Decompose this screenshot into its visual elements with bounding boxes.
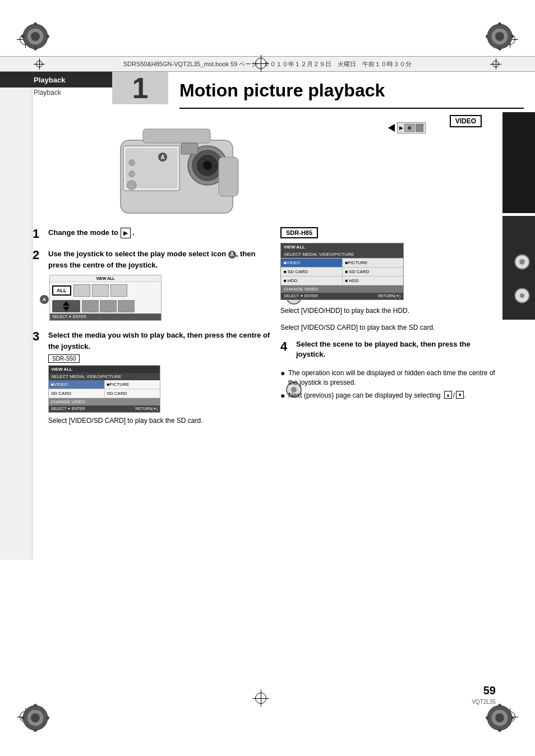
h85-hdd2-cell: ■ HDD <box>343 276 404 285</box>
svg-point-26 <box>498 729 501 732</box>
nav-up-icon <box>63 301 70 306</box>
step-2-num: 2 <box>33 248 48 262</box>
svg-point-27 <box>486 716 489 720</box>
step3-sdcard-cell: SD CARD <box>49 389 105 398</box>
icon-a-overlay: A <box>40 295 49 304</box>
step2-thumbs <box>73 284 127 297</box>
svg-point-25 <box>498 704 501 707</box>
step3-picture-cell: ■PICTURE <box>105 380 160 389</box>
chapter-number: 1 <box>132 73 149 103</box>
step-1-text-label: Change the mode to <box>48 228 118 237</box>
thumb-2 <box>92 284 109 297</box>
top-left-deco <box>21 22 49 52</box>
step3-sdcard2-cell: SD CARD <box>105 389 160 398</box>
svg-text:A: A <box>160 154 164 160</box>
play-mode-icon: ▶ <box>121 228 131 238</box>
page-num: 59 <box>472 684 496 697</box>
h85-picture-cell: ■PICTURE <box>343 259 404 267</box>
step-4-header: 4 Select the scene to be played back, th… <box>280 339 499 364</box>
thumb-3 <box>110 284 127 297</box>
svg-point-20 <box>21 716 25 720</box>
h85-desc-2: Select [VIDEO/SD CARD] to play back the … <box>280 322 460 333</box>
bottom-left-deco <box>21 704 49 734</box>
step-2: 2 Use the joystick to select the play mo… <box>33 248 274 321</box>
left-gray-strip <box>0 72 33 560</box>
left-arrow-icon <box>388 124 395 132</box>
step-4-bullet-2: ● Next (previous) page can be displayed … <box>280 391 499 400</box>
step-4-bullet-2-text: Next (previous) page can be displayed by… <box>288 391 466 400</box>
svg-point-33 <box>34 47 37 50</box>
page-title: Motion picture playback <box>179 80 385 101</box>
svg-rect-9 <box>181 143 198 154</box>
h85-row-3: ■ HDD ■ HDD <box>281 276 403 285</box>
h85-desc-area: Select [VIDEO/HDD] to play back the HDD.… <box>280 306 460 333</box>
h85-view-all: VIEW ALL <box>281 243 403 251</box>
svg-point-42 <box>510 35 514 38</box>
title-rule <box>179 108 524 109</box>
grid-icon: ▦ <box>404 124 414 132</box>
thumb-4 <box>82 300 99 312</box>
h85-change-video: CHANGE VIDEO <box>281 285 403 293</box>
svg-point-31 <box>31 32 40 41</box>
step-2-screen: VIEW ALL ALL <box>49 275 162 321</box>
svg-point-41 <box>486 35 489 38</box>
joystick-center-h85-bottom <box>520 293 524 298</box>
cam-icon <box>416 124 423 132</box>
h85-hdd-icon-1: ■ <box>284 278 287 283</box>
top-right-deco <box>486 22 514 52</box>
svg-point-34 <box>21 35 25 38</box>
step-2-bold: Use the joystick to select the play mode… <box>48 250 255 269</box>
h85-desc-1: Select [VIDEO/HDD] to play back the HDD. <box>280 306 460 316</box>
svg-point-10 <box>127 181 136 190</box>
step-4: 4 Select the scene to be played back, th… <box>280 339 499 400</box>
h85-sdcard2-label: SD CARD <box>349 269 369 274</box>
step-3: 3 Select the media you wish to play back… <box>33 330 274 426</box>
bullet-dot-2: ● <box>280 391 288 400</box>
step-2-image-wrapper: VIEW ALL ALL <box>49 275 274 321</box>
h85-select-label: SELECT ✦ ENTER <box>284 294 318 298</box>
step-2-header: 2 Use the joystick to select the play mo… <box>33 248 274 270</box>
right-column: SDR-H85 VIEW ALL SELECT MEDIA, VIDEO/PIC… <box>280 227 499 404</box>
model-badge-s50: SDR-S50 <box>48 354 80 363</box>
step2-nav-arrows <box>52 300 80 312</box>
step-1-icon: ▶ . <box>121 228 135 237</box>
step-4-bullet-2-label: Next (previous) page can be displayed by… <box>288 391 441 399</box>
step-3-num: 3 <box>33 330 48 343</box>
svg-point-28 <box>510 716 514 720</box>
h85-row-2: ■ SD CARD ■ SD CARD <box>281 268 403 276</box>
joystick-center-h85-top <box>519 259 525 265</box>
thumb-1 <box>73 284 90 297</box>
svg-point-40 <box>498 47 501 50</box>
step2-bottom-row <box>50 299 161 314</box>
step-3-text: Select the media you wish to play back, … <box>48 330 274 352</box>
h85-sd-icon-2: ■ <box>345 269 348 274</box>
h85-hdd1-cell: ■ HDD <box>281 276 343 285</box>
bottom-right-deco <box>486 704 514 734</box>
step-4-bullet-1-text: The operation icon will be displayed or … <box>288 368 499 388</box>
svg-point-35 <box>46 35 49 38</box>
sdr-h85-menu-screen: VIEW ALL SELECT MEDIA, VIDEO/PICTURE ■VI… <box>280 243 404 300</box>
section-label-bar: Playback <box>0 72 112 87</box>
joystick-circle-h85-bottom <box>514 288 530 303</box>
thumb-5 <box>100 300 117 312</box>
step-3-content: SDR-S50 VIEW ALL SELECT MEDIA, VIDEO/PIC… <box>48 354 274 426</box>
step2-view-all: VIEW ALL <box>50 275 161 282</box>
svg-point-17 <box>31 713 40 722</box>
h85-sd-icon-1: ■ <box>284 269 287 274</box>
step2-more-thumbs <box>82 300 135 312</box>
step2-content-row: ALL <box>50 282 161 299</box>
h85-joystick-top <box>514 254 530 270</box>
up-down-arrows: ▲/▼ <box>444 391 464 400</box>
step3-change-video: CHANGE VIDEO <box>49 398 160 405</box>
step-1: 1 Change the mode to ▶ . <box>33 227 274 241</box>
step-2-text: Use the joystick to select the play mode… <box>48 248 274 270</box>
joystick-circle-h85-top <box>514 254 530 270</box>
step-3-bold: Select the media you wish to play back, … <box>48 331 270 351</box>
bullet-dot-1: ● <box>280 368 288 378</box>
icon-a-circle: A <box>228 251 236 259</box>
mode-icon-strip: ▶ ▦ <box>397 122 426 133</box>
h85-sdcard2-cell: ■ SD CARD <box>343 268 404 276</box>
h85-video-cell: ■VIDEO <box>281 259 343 267</box>
sdr-h85-screen-wrapper: VIEW ALL SELECT MEDIA, VIDEO/PICTURE ■VI… <box>280 243 499 300</box>
svg-point-39 <box>498 22 501 26</box>
